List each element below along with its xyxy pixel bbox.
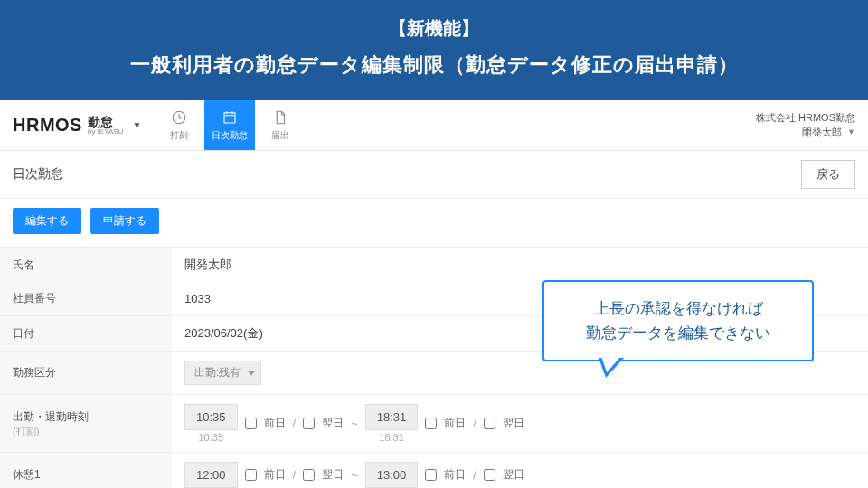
row-break: 休憩1 12:00 前日 / 翌日 ~ 13:00 前日 / 翌日 <box>0 453 868 488</box>
callout-line2: 勤怠データを編集できない <box>561 321 796 345</box>
bs-prevday-checkbox[interactable] <box>245 469 257 481</box>
label-break: 休憩1 <box>0 453 172 488</box>
row-name: 氏名 開発太郎 <box>0 248 868 282</box>
tab-request[interactable]: 届出 <box>255 100 306 150</box>
back-button[interactable]: 戻る <box>801 160 855 189</box>
topbar: HRMOS 勤怠 by IEYASU ▼ 打刻 日次勤怠 届出 株式会社 HRM… <box>0 100 868 151</box>
callout-line1: 上長の承認を得なければ <box>561 296 796 321</box>
logo-sub: 勤怠 by IEYASU <box>88 116 123 136</box>
in-prevday-checkbox[interactable] <box>245 418 257 429</box>
logo[interactable]: HRMOS 勤怠 by IEYASU ▼ <box>0 100 154 150</box>
banner-line1: 【新機能】 <box>9 16 859 41</box>
clock-icon <box>171 109 187 126</box>
label-name: 氏名 <box>0 248 172 282</box>
document-icon <box>272 109 288 126</box>
bs-nextday-checkbox[interactable] <box>303 469 315 481</box>
callout-bubble: 上長の承認を得なければ 勤怠データを編集できない <box>542 280 814 361</box>
out-stamp: 18:31 <box>379 432 404 443</box>
out-time-input[interactable]: 18:31 <box>365 404 419 430</box>
company-name: 株式会社 HRMOS勤怠 <box>756 111 855 125</box>
calendar-icon <box>222 109 238 126</box>
in-time-input[interactable]: 10:35 <box>184 404 238 430</box>
chevron-down-icon: ▼ <box>132 120 141 130</box>
be-nextday-checkbox[interactable] <box>484 469 495 481</box>
svg-rect-1 <box>224 112 235 122</box>
worktype-select[interactable]: 出勤:残有 <box>184 361 261 385</box>
break-end-input[interactable]: 13:00 <box>365 462 419 488</box>
out-prevday-checkbox[interactable] <box>425 418 437 429</box>
page-title: 日次勤怠 <box>13 166 63 183</box>
tab-daily[interactable]: 日次勤怠 <box>204 100 255 150</box>
callout-tail-icon <box>599 358 624 378</box>
row-inout: 出勤・退勤時刻 (打刻) 10:35 10:35 前日 / 翌日 ~ 18:31… <box>0 395 868 453</box>
label-inout: 出勤・退勤時刻 (打刻) <box>0 395 172 452</box>
label-empno: 社員番号 <box>0 282 172 315</box>
value-name: 開発太郎 <box>172 248 868 282</box>
label-worktype: 勤務区分 <box>0 352 172 394</box>
banner-line2: 一般利用者の勤怠データ編集制限（勤怠データ修正の届出申請） <box>9 52 859 79</box>
feature-banner: 【新機能】 一般利用者の勤怠データ編集制限（勤怠データ修正の届出申請） <box>0 0 868 100</box>
logo-text: HRMOS <box>13 115 82 136</box>
in-stamp: 10:35 <box>199 432 224 443</box>
break-start-input[interactable]: 12:00 <box>184 462 238 488</box>
subheader: 日次勤怠 戻る <box>0 151 868 199</box>
action-bar: 編集する 申請する <box>0 199 868 248</box>
chevron-down-icon: ▼ <box>847 127 855 138</box>
label-date: 日付 <box>0 316 172 351</box>
out-nextday-checkbox[interactable] <box>484 418 495 429</box>
tab-clock[interactable]: 打刻 <box>154 100 204 150</box>
be-prevday-checkbox[interactable] <box>425 469 437 481</box>
in-nextday-checkbox[interactable] <box>303 418 315 429</box>
edit-button[interactable]: 編集する <box>13 208 81 234</box>
nav-tabs: 打刻 日次勤怠 届出 <box>154 100 306 150</box>
user-name: 開発太郎 <box>802 126 842 139</box>
company-info[interactable]: 株式会社 HRMOS勤怠 開発太郎 ▼ <box>743 100 868 150</box>
apply-button[interactable]: 申請する <box>90 208 159 234</box>
